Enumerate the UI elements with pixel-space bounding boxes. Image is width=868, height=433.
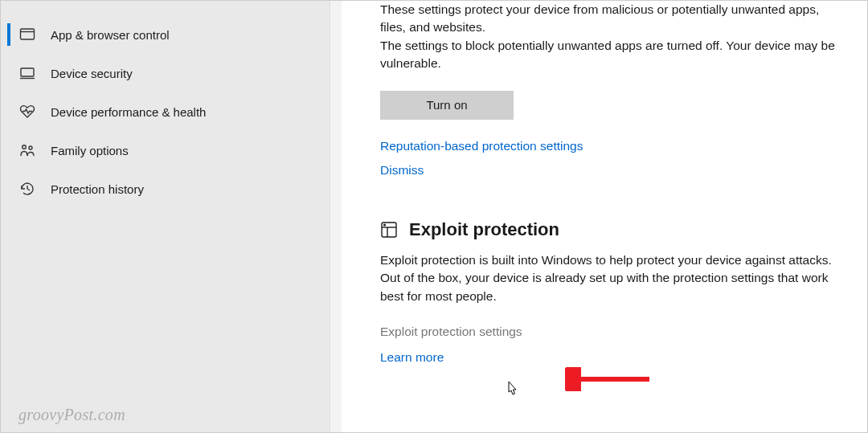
reputation-description-2: The settings to block potentially unwant… [380,37,835,73]
app-browser-icon [18,26,36,43]
sidebar-item-device-security[interactable]: Device security [1,54,330,92]
exploit-protection-title: Exploit protection [409,219,559,240]
dismiss-link[interactable]: Dismiss [380,163,424,178]
svg-point-4 [23,145,27,149]
sidebar-item-label: Family options [51,144,129,157]
svg-point-5 [29,146,32,149]
sidebar-item-device-performance-health[interactable]: Device performance & health [1,92,330,131]
heart-icon [18,103,36,121]
turn-on-button[interactable]: Turn on [380,91,514,120]
history-icon [18,180,36,198]
sidebar-item-label: App & browser control [51,28,170,42]
sidebar: App & browser control Device security De… [1,1,330,432]
sidebar-item-family-options[interactable]: Family options [1,131,330,170]
exploit-protection-settings-link[interactable]: Exploit protection settings [380,325,835,339]
sidebar-item-protection-history[interactable]: Protection history [1,170,330,208]
sidebar-item-label: Device performance & health [51,105,206,119]
exploit-protection-description: Exploit protection is built into Windows… [380,251,835,305]
svg-point-9 [384,224,386,226]
reputation-description-1: These settings protect your device from … [380,1,835,37]
svg-rect-2 [21,68,34,76]
exploit-protection-icon [380,221,398,239]
sidebar-item-label: Protection history [51,182,144,196]
reputation-settings-link[interactable]: Reputation-based protection settings [380,139,583,153]
device-security-icon [18,64,36,82]
learn-more-link[interactable]: Learn more [380,350,444,365]
sidebar-scroll-strip [330,1,342,432]
sidebar-item-app-browser-control[interactable]: App & browser control [1,15,330,54]
watermark: groovyPost.com [18,406,125,424]
main-content: These settings protect your device from … [342,1,867,432]
sidebar-item-label: Device security [51,67,133,80]
svg-rect-0 [21,29,35,39]
exploit-protection-header: Exploit protection [380,219,835,240]
family-icon [18,141,36,159]
